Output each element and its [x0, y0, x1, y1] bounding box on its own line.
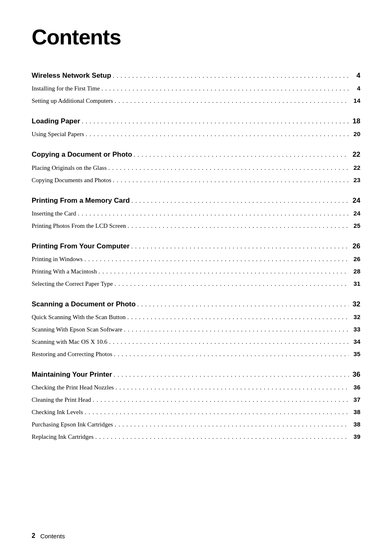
toc-item-row: Inserting the Card. . . . . . . . . . . … [32, 208, 360, 218]
toc-item-row: Checking Ink Levels. . . . . . . . . . .… [32, 407, 360, 417]
toc-page-number: 39 [349, 432, 360, 442]
toc-page-number: 32 [349, 312, 360, 322]
toc-item-label: Checking the Print Head Nozzles [32, 382, 114, 392]
toc-page-number: 31 [349, 279, 360, 289]
toc-page-number: 18 [349, 116, 360, 127]
toc-item-row: Selecting the Correct Paper Type. . . . … [32, 279, 360, 289]
toc-page-number: 25 [349, 221, 360, 231]
toc-item-label: Setting up Additional Computers [32, 96, 113, 106]
footer-page-number: 2 [32, 532, 35, 540]
toc-item-label: Printing With a Macintosh [32, 266, 97, 276]
toc-item-label: Installing for the First Time [32, 83, 100, 93]
toc-dots: . . . . . . . . . . . . . . . . . . . . … [132, 150, 349, 160]
toc-page-number: 26 [349, 241, 360, 252]
toc-item-label: Cleaning the Print Head [32, 395, 91, 405]
toc-item-row: Checking the Print Head Nozzles. . . . .… [32, 382, 360, 392]
toc-dots: . . . . . . . . . . . . . . . . . . . . … [111, 71, 349, 81]
toc-container: Wireless Network Setup. . . . . . . . . … [32, 70, 360, 442]
toc-dots: . . . . . . . . . . . . . . . . . . . . … [126, 221, 349, 231]
toc-page-number: 34 [349, 337, 360, 347]
toc-item-row: Placing Originals on the Glass. . . . . … [32, 163, 360, 173]
toc-item-row: Scanning with Mac OS X 10.6. . . . . . .… [32, 337, 360, 347]
toc-item-row: Using Special Papers. . . . . . . . . . … [32, 129, 360, 139]
toc-dots: . . . . . . . . . . . . . . . . . . . . … [113, 96, 349, 106]
toc-item-row: Copying Documents and Photos. . . . . . … [32, 175, 360, 185]
toc-item-row: Setting up Additional Computers. . . . .… [32, 96, 360, 106]
toc-page-number: 22 [349, 149, 360, 160]
toc-item-label: Replacing Ink Cartridges [32, 432, 94, 442]
toc-item-row: Purchasing Epson Ink Cartridges. . . . .… [32, 419, 360, 429]
toc-section-heading: Loading Paper [32, 116, 80, 127]
toc-item-label: Restoring and Correcting Photos [32, 349, 112, 359]
toc-page-number: 4 [349, 83, 360, 93]
toc-page-number: 32 [349, 299, 360, 310]
toc-page-number: 4 [349, 70, 360, 81]
toc-heading-row: Loading Paper. . . . . . . . . . . . . .… [32, 116, 360, 127]
toc-item-row: Printing With a Macintosh. . . . . . . .… [32, 266, 360, 276]
toc-section-heading: Printing From a Memory Card [32, 195, 130, 206]
toc-item-label: Checking Ink Levels [32, 407, 83, 417]
toc-dots: . . . . . . . . . . . . . . . . . . . . … [111, 175, 349, 185]
toc-page-number: 35 [349, 349, 360, 359]
toc-dots: . . . . . . . . . . . . . . . . . . . . … [113, 279, 349, 289]
toc-item-label: Inserting the Card [32, 208, 76, 218]
footer: 2 Contents [32, 532, 65, 540]
toc-page-number: 33 [349, 324, 360, 334]
toc-dots: . . . . . . . . . . . . . . . . . . . . … [112, 349, 349, 359]
toc-item-label: Printing in Windows [32, 254, 83, 264]
toc-page-number: 37 [349, 395, 360, 405]
toc-page-number: 23 [349, 175, 360, 185]
toc-item-row: Restoring and Correcting Photos. . . . .… [32, 349, 360, 359]
toc-dots: . . . . . . . . . . . . . . . . . . . . … [80, 116, 349, 126]
toc-item-label: Scanning With Epson Scan Software [32, 324, 122, 334]
toc-heading-row: Printing From a Memory Card. . . . . . .… [32, 195, 360, 206]
toc-item-label: Selecting the Correct Paper Type [32, 279, 113, 289]
toc-heading-row: Scanning a Document or Photo. . . . . . … [32, 299, 360, 310]
toc-page-number: 20 [349, 129, 360, 139]
toc-page-number: 36 [349, 382, 360, 392]
toc-section-heading: Scanning a Document or Photo [32, 299, 136, 310]
toc-section-heading: Printing From Your Computer [32, 241, 129, 252]
toc-item-row: Installing for the First Time. . . . . .… [32, 83, 360, 93]
toc-dots: . . . . . . . . . . . . . . . . . . . . … [107, 337, 349, 347]
footer-label: Contents [40, 533, 65, 540]
toc-page-number: 38 [349, 419, 360, 429]
toc-dots: . . . . . . . . . . . . . . . . . . . . … [122, 324, 349, 334]
toc-dots: . . . . . . . . . . . . . . . . . . . . … [84, 129, 349, 139]
toc-dots: . . . . . . . . . . . . . . . . . . . . … [97, 266, 349, 276]
toc-dots: . . . . . . . . . . . . . . . . . . . . … [129, 241, 349, 251]
toc-page-number: 26 [349, 254, 360, 264]
toc-item-label: Copying Documents and Photos [32, 175, 111, 185]
toc-item-row: Printing in Windows. . . . . . . . . . .… [32, 254, 360, 264]
toc-page-number: 22 [349, 163, 360, 173]
toc-item-row: Quick Scanning With the Scan Button. . .… [32, 312, 360, 322]
toc-dots: . . . . . . . . . . . . . . . . . . . . … [130, 196, 349, 206]
toc-item-row: Replacing Ink Cartridges. . . . . . . . … [32, 432, 360, 442]
toc-dots: . . . . . . . . . . . . . . . . . . . . … [136, 299, 349, 309]
toc-page-number: 24 [349, 208, 360, 218]
toc-dots: . . . . . . . . . . . . . . . . . . . . … [106, 163, 349, 173]
toc-page-number: 24 [349, 195, 360, 206]
toc-section-heading: Wireless Network Setup [32, 70, 111, 81]
toc-item-label: Quick Scanning With the Scan Button [32, 312, 126, 322]
toc-dots: . . . . . . . . . . . . . . . . . . . . … [113, 419, 349, 429]
toc-dots: . . . . . . . . . . . . . . . . . . . . … [114, 382, 349, 392]
toc-section-heading: Maintaining Your Printer [32, 369, 112, 380]
toc-item-label: Printing Photos From the LCD Screen [32, 221, 126, 231]
toc-item-row: Cleaning the Print Head. . . . . . . . .… [32, 395, 360, 405]
toc-section-heading: Copying a Document or Photo [32, 149, 132, 160]
toc-dots: . . . . . . . . . . . . . . . . . . . . … [91, 395, 349, 405]
toc-item-label: Scanning with Mac OS X 10.6 [32, 337, 107, 347]
toc-dots: . . . . . . . . . . . . . . . . . . . . … [83, 254, 349, 264]
toc-dots: . . . . . . . . . . . . . . . . . . . . … [76, 208, 349, 218]
toc-item-label: Purchasing Epson Ink Cartridges [32, 419, 113, 429]
toc-dots: . . . . . . . . . . . . . . . . . . . . … [126, 312, 349, 322]
toc-item-label: Placing Originals on the Glass [32, 163, 106, 173]
toc-dots: . . . . . . . . . . . . . . . . . . . . … [94, 432, 349, 442]
toc-item-row: Scanning With Epson Scan Software. . . .… [32, 324, 360, 334]
toc-page-number: 14 [349, 96, 360, 106]
toc-dots: . . . . . . . . . . . . . . . . . . . . … [112, 370, 349, 380]
toc-heading-row: Maintaining Your Printer. . . . . . . . … [32, 369, 360, 380]
toc-dots: . . . . . . . . . . . . . . . . . . . . … [83, 407, 349, 417]
toc-item-row: Printing Photos From the LCD Screen. . .… [32, 221, 360, 231]
